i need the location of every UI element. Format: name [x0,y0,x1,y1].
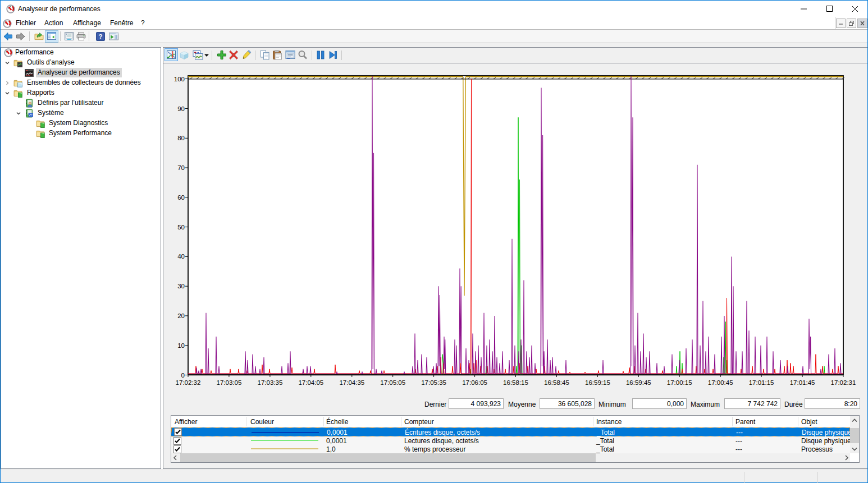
svg-text:17:06:05: 17:06:05 [462,379,487,386]
svg-text:17:05:05: 17:05:05 [380,379,405,386]
svg-text:17:02:32: 17:02:32 [176,379,201,386]
svg-text:17:03:05: 17:03:05 [217,379,242,386]
svg-text:90: 90 [177,105,185,112]
svg-text:16:59:45: 16:59:45 [626,379,651,386]
svg-text:16:59:15: 16:59:15 [585,379,610,386]
svg-text:17:04:35: 17:04:35 [339,379,364,386]
svg-text:30: 30 [177,283,185,289]
svg-text:40: 40 [177,253,185,260]
svg-text:10: 10 [177,342,185,349]
svg-text:17:05:35: 17:05:35 [421,379,446,386]
svg-text:70: 70 [177,164,185,171]
svg-text:17:01:45: 17:01:45 [790,379,815,386]
svg-text:17:00:45: 17:00:45 [708,379,733,386]
svg-text:16:58:15: 16:58:15 [503,379,528,386]
svg-text:17:04:05: 17:04:05 [298,379,323,386]
svg-text:17:00:15: 17:00:15 [667,379,692,386]
svg-text:20: 20 [177,312,185,319]
svg-text:100: 100 [174,76,185,82]
svg-text:0: 0 [181,372,185,379]
svg-text:60: 60 [177,194,185,201]
svg-text:50: 50 [177,224,185,231]
svg-text:17:02:31: 17:02:31 [831,379,856,386]
svg-text:16:58:45: 16:58:45 [544,379,569,386]
svg-text:80: 80 [177,135,185,141]
svg-text:17:03:35: 17:03:35 [258,379,283,386]
svg-text:17:01:15: 17:01:15 [749,379,774,386]
